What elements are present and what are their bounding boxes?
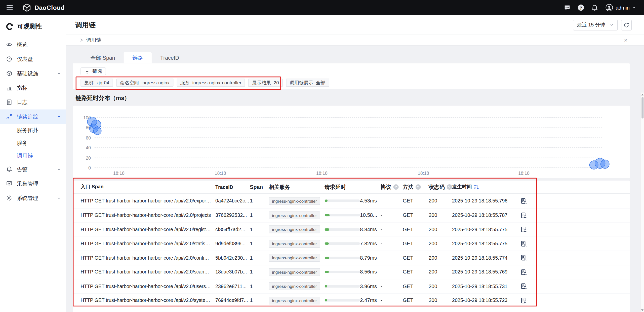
view-log-icon[interactable] — [520, 212, 527, 219]
column-entry-span[interactable]: 入口 Span — [80, 184, 215, 191]
sidebar-item-dashboard[interactable]: 仪表盘 — [0, 52, 66, 66]
status-code-cell: 200 — [429, 198, 452, 204]
column-latency[interactable]: 请求延时 — [325, 183, 381, 191]
trace-table-row[interactable]: HTTP GET trust-harbor-harbor-harbor-core… — [73, 293, 630, 307]
filter-tag[interactable]: 命名空间: ingress-nginx — [116, 79, 173, 87]
help-icon[interactable]: ? — [578, 5, 584, 11]
brand[interactable]: DaoCloud — [23, 3, 65, 12]
entry-span-cell[interactable]: HTTP GET trust-harbor-harbor-harbor-core… — [80, 198, 215, 204]
chart-gridline — [95, 137, 602, 138]
trace-path-icon — [6, 114, 13, 120]
protocol-cell: - — [381, 255, 403, 261]
sidebar-item-services[interactable]: 服务 — [0, 136, 66, 149]
entry-span-cell[interactable]: HTTP GET trust-harbor-harbor-harbor-core… — [80, 269, 215, 275]
sidebar-item-label: 概览 — [17, 41, 61, 48]
scrollbar-up-arrow-icon[interactable] — [641, 94, 644, 95]
user-menu[interactable]: admin — [605, 4, 636, 12]
trace-table-row[interactable]: HTTP GET trust-harbor-harbor-harbor-core… — [73, 251, 630, 265]
view-log-icon[interactable] — [520, 226, 527, 233]
cube-icon — [6, 70, 13, 77]
column-status-code[interactable]: 状态码? — [429, 183, 452, 191]
column-span[interactable]: Span — [250, 184, 269, 190]
close-icon[interactable]: × — [624, 37, 627, 43]
sidebar-item-overview[interactable]: 概览 — [0, 38, 66, 52]
view-log-icon[interactable] — [520, 240, 527, 247]
latency-cell: 8.79ms — [325, 255, 381, 261]
trace-table-row[interactable]: HTTP GET trust-harbor-harbor-harbor-core… — [73, 194, 630, 208]
bell-icon — [6, 166, 13, 172]
entry-span-cell[interactable]: HTTP GET trust-harbor-harbor-harbor-core… — [80, 283, 215, 289]
user-name: admin — [616, 5, 630, 11]
filter-tag[interactable]: 集群: zjq-04 — [80, 79, 113, 87]
entry-span-cell[interactable]: HTTP GET trust-harbor-harbor-harbor-core… — [80, 298, 215, 303]
trace-table-row[interactable]: HTTP GET trust-harbor-harbor-harbor-core… — [73, 265, 630, 279]
tab-trace[interactable]: 链路 — [124, 52, 152, 63]
scrollbar-down-arrow-icon[interactable] — [641, 309, 644, 311]
collapse-caret-icon[interactable] — [80, 38, 83, 42]
column-method[interactable]: 方法? — [403, 183, 429, 191]
service-cell: ingress-nginx-controller — [269, 298, 325, 303]
entry-span-cell[interactable]: HTTP GET trust-harbor-harbor-harbor-core… — [80, 212, 215, 218]
view-log-icon[interactable] — [520, 269, 527, 275]
filter-button[interactable]: 筛选 — [80, 67, 106, 75]
sidebar-item-logs[interactable]: 日志 — [0, 95, 66, 109]
latency-bar-track — [325, 228, 360, 231]
notification-bell-icon[interactable] — [591, 4, 598, 11]
trace-table-row[interactable]: HTTP GET trust-harbor-harbor-harbor-core… — [73, 208, 630, 222]
method-cell: GET — [403, 241, 429, 247]
trace-table-row[interactable]: HTTP GET trust-harbor-harbor-harbor-core… — [73, 236, 630, 251]
latency-value: 2.47ms — [360, 298, 383, 303]
time-range-select[interactable]: 最近 15 分钟 — [573, 20, 618, 30]
service-tag: ingress-nginx-controller — [269, 226, 320, 233]
protocol-cell: - — [381, 283, 403, 289]
filter-tag[interactable]: 调用链展示: 全部 — [286, 79, 329, 87]
sidebar-item-tracing[interactable]: 链路追踪 — [0, 110, 66, 124]
sidebar-item-alerts[interactable]: 告警 — [0, 162, 66, 177]
breadcrumb-label[interactable]: 调用链 — [86, 37, 101, 44]
sort-descending-icon[interactable] — [474, 185, 479, 190]
refresh-button[interactable] — [621, 20, 632, 30]
sidebar-item-system[interactable]: 系统管理 — [0, 191, 66, 205]
latency-cell: 10.58... — [325, 212, 381, 218]
column-trace-id[interactable]: TraceID — [215, 184, 250, 190]
entry-span-cell[interactable]: HTTP GET trust-harbor-harbor-harbor-core… — [80, 227, 215, 232]
tab-trace-id[interactable]: TraceID — [152, 52, 188, 63]
hamburger-menu-icon[interactable] — [6, 5, 13, 10]
view-log-icon[interactable] — [520, 283, 527, 289]
sidebar-item-traces[interactable]: 调用链 — [0, 149, 66, 162]
status-code-cell: 200 — [429, 227, 452, 232]
trace-id-cell: 76944ce9fd7... — [215, 298, 250, 303]
latency-bar-fill — [325, 257, 329, 259]
view-log-icon[interactable] — [520, 255, 527, 261]
help-circle-icon[interactable]: ? — [447, 184, 452, 189]
sidebar-item-service-topology[interactable]: 服务拓扑 — [0, 124, 66, 137]
filter-tag[interactable]: 展示结果: 20 — [248, 79, 283, 87]
sidebar-item-collection[interactable]: 采集管理 — [0, 177, 66, 191]
chart-gridline — [95, 117, 602, 118]
help-circle-icon[interactable]: ? — [416, 184, 421, 189]
column-occurred-at[interactable]: 发生时间 — [452, 184, 513, 191]
service-tag: ingress-nginx-controller — [269, 254, 320, 262]
help-circle-icon[interactable]: ? — [393, 184, 398, 189]
entry-span-cell[interactable]: HTTP GET trust-harbor-harbor-harbor-core… — [80, 241, 215, 247]
actions-cell — [513, 255, 534, 261]
scatter-point[interactable] — [600, 160, 610, 169]
span-count-cell: 1 — [250, 283, 269, 289]
scrollbar-thumb[interactable] — [641, 97, 643, 119]
x-axis-tick-label: 18:18 — [518, 171, 530, 176]
tab-all-span[interactable]: 全部 Span — [82, 52, 124, 63]
column-related-service[interactable]: 相关服务 — [269, 183, 325, 191]
entry-span-cell[interactable]: HTTP GET trust-harbor-harbor-harbor-core… — [80, 255, 215, 261]
method-cell: GET — [403, 283, 429, 289]
scatter-point[interactable] — [94, 127, 102, 135]
message-icon[interactable] — [564, 4, 570, 11]
view-log-icon[interactable] — [520, 297, 527, 304]
sidebar-item-infrastructure[interactable]: 基础设施 — [0, 66, 66, 81]
view-log-icon[interactable] — [520, 198, 527, 204]
trace-table-row[interactable]: HTTP GET trust-harbor-harbor-harbor-core… — [73, 222, 630, 236]
column-protocol[interactable]: 协议? — [381, 183, 403, 191]
filter-tag[interactable]: 服务: ingress-nginx-controller — [177, 79, 245, 87]
sidebar-item-metrics[interactable]: 指标 — [0, 81, 66, 95]
trace-table-row[interactable]: HTTP GET trust-harbor-harbor-harbor-core… — [73, 279, 630, 293]
x-axis-tick-label: 18:18 — [215, 171, 226, 176]
